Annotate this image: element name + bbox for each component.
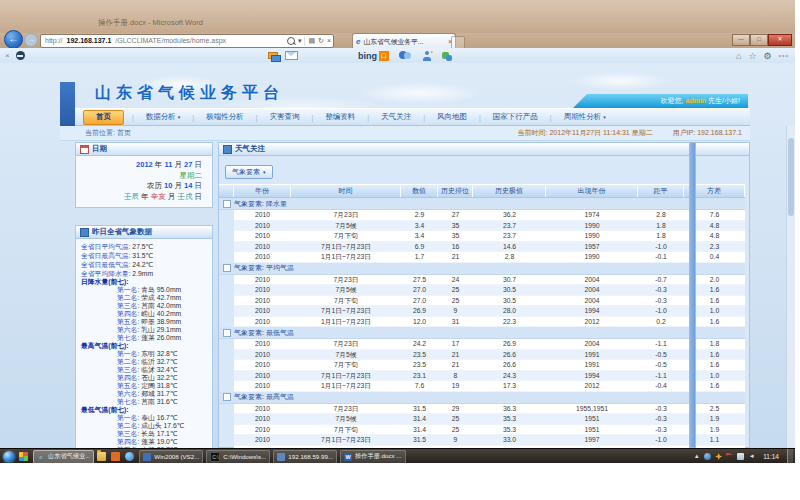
- minimize-button[interactable]: —: [732, 34, 750, 46]
- window-controls: — □ ✕: [732, 34, 792, 46]
- taskbar-button-cmd[interactable]: C:\C:\Windows\s...: [206, 450, 270, 464]
- table-cell: 0.2: [638, 317, 684, 328]
- nav-item-5[interactable]: 天气关注: [377, 110, 415, 124]
- window-scrollbar-thumb[interactable]: [788, 138, 794, 216]
- group-checkbox[interactable]: [223, 393, 231, 401]
- nav-item-2[interactable]: 极端性分析: [202, 110, 248, 124]
- content-scrollbar[interactable]: [689, 142, 696, 448]
- home-icon[interactable]: ⌂: [736, 51, 741, 61]
- folder-pinned-icon[interactable]: [97, 452, 106, 461]
- start-button[interactable]: [3, 451, 15, 463]
- nav-item-8[interactable]: 周期性分析▾: [560, 110, 610, 124]
- window-scrollbar[interactable]: [786, 126, 795, 448]
- table-cell: 1990: [546, 231, 638, 242]
- group-header-row[interactable]: 气象要素: 最低气温: [219, 327, 745, 339]
- table-cell: 1994: [546, 371, 638, 382]
- table-cell: 7月1日~7月23日: [291, 306, 401, 317]
- welcome-prefix: 欢迎您,: [661, 97, 684, 104]
- compatibility-icon[interactable]: ▤: [308, 35, 315, 47]
- nav-item-4[interactable]: 整编资料: [321, 110, 359, 124]
- row-gutter: [219, 350, 234, 361]
- nav-item-6[interactable]: 风向地图: [433, 110, 471, 124]
- browser-tab[interactable]: e 山东省气候业务平... ×: [352, 33, 456, 49]
- address-bar[interactable]: http://192.168.137.1/GLCCLIMATE/modules/…: [40, 34, 334, 48]
- cards-icon[interactable]: [268, 52, 279, 60]
- table-cell: 7.6: [401, 381, 438, 392]
- content-scrollbar-thumb[interactable]: [690, 143, 695, 447]
- more-dots-icon[interactable]: •••: [779, 52, 789, 59]
- table-cell: 2004: [546, 285, 638, 296]
- welcome-ribbon: 欢迎您,admin先生/小姐!: [573, 94, 748, 108]
- search-icon[interactable]: [287, 37, 295, 45]
- table-cell: 2010: [234, 242, 291, 253]
- weather-panel-icon: [80, 228, 89, 237]
- ranking-entry: 第三名: 莒南 42.0mm: [81, 302, 210, 310]
- toolbar-close-icon[interactable]: ×: [5, 51, 10, 60]
- network-icon[interactable]: [737, 453, 744, 460]
- tray-spark-icon[interactable]: [715, 453, 722, 460]
- main-nav: 首页|数据分析▾|极端性分析|灾害查询|整编资料|天气关注|风向地图|国家下行产…: [75, 108, 750, 126]
- mail-icon[interactable]: [285, 51, 298, 60]
- stop-icon[interactable]: ×: [327, 35, 331, 47]
- taskbar-button-word[interactable]: W操作手册.docx ...: [340, 450, 405, 464]
- circles-icon[interactable]: [399, 51, 412, 60]
- taskbar-button-ie[interactable]: e山东省气候业...: [33, 450, 94, 464]
- bing-logo[interactable]: bing 口: [358, 51, 389, 61]
- puzzle-icon[interactable]: [442, 51, 453, 61]
- close-button[interactable]: ✕: [768, 34, 792, 46]
- ranking-entry: 第四名: 蓬莱 19.0℃: [81, 438, 210, 446]
- ranking-entry: 第一名: 青岛 95.0mm: [81, 286, 210, 294]
- group-header-row[interactable]: 气象要素: 平均气温: [219, 263, 745, 275]
- calendar-panel: 日期 2012 年 11 月 27 日星期二农历 10 月 14 日壬辰 年 辛…: [75, 142, 213, 208]
- taskbar-clock[interactable]: 11:14: [759, 453, 783, 460]
- table-cell: 7月23日: [291, 339, 401, 350]
- user-ip: 用户IP: 192.168.137.1: [673, 128, 742, 138]
- system-tray: ▲ ◄ 11:14: [693, 449, 795, 463]
- settings-gear-icon[interactable]: ⚙: [764, 51, 772, 61]
- volume-icon[interactable]: ◄: [748, 453, 755, 460]
- column-header: 历史极值: [473, 185, 546, 197]
- element-filter-button[interactable]: 气象要素 ▾: [225, 165, 273, 179]
- table-cell: 36.2: [473, 210, 546, 221]
- table-cell: 24.2: [401, 339, 438, 350]
- group-header-row[interactable]: 气象要素: 最高气温: [219, 392, 745, 404]
- table-row: 20107月下旬31.42535.31951-0.31.9: [219, 425, 745, 436]
- taskbar-button-rdp[interactable]: 192.168.59.99...: [273, 450, 337, 464]
- show-desktop-button[interactable]: [787, 449, 793, 463]
- orange-pinned-icon[interactable]: [111, 452, 120, 461]
- blue-pinned-icon[interactable]: [125, 452, 134, 461]
- tab-title: 山东省气候业务平...: [363, 37, 444, 47]
- group-header-row[interactable]: 气象要素: 降水量: [219, 198, 745, 210]
- toolbar-logo-icon[interactable]: [16, 51, 25, 60]
- tray-expand-icon[interactable]: ▲: [693, 453, 700, 460]
- browser-forward-button[interactable]: →: [24, 33, 38, 47]
- refresh-icon[interactable]: ↻: [318, 35, 324, 47]
- nav-item-7[interactable]: 国家下行产品: [489, 110, 542, 124]
- group-checkbox[interactable]: [223, 264, 231, 272]
- action-center-flag-icon[interactable]: [726, 453, 733, 460]
- calendar-line: 壬辰 年 辛亥 月 壬戌 日: [80, 192, 202, 203]
- taskbar-button-app[interactable]: Win2008 (VS2...: [139, 450, 203, 464]
- nav-item-3[interactable]: 灾害查询: [266, 110, 304, 124]
- nav-item-1[interactable]: 数据分析▾: [142, 110, 185, 124]
- chevron-down-icon[interactable]: ▾: [298, 35, 302, 47]
- group-checkbox[interactable]: [223, 200, 231, 208]
- person-icon[interactable]: [422, 51, 432, 61]
- column-header: 数值: [401, 185, 438, 197]
- nav-item-0[interactable]: 首页: [83, 110, 124, 125]
- launcher-icon[interactable]: [19, 452, 28, 461]
- group-checkbox[interactable]: [223, 329, 231, 337]
- table-cell: -1.1: [638, 339, 684, 350]
- screenshot-root: 操作手册.docx - Microsoft Word ← → http://19…: [0, 0, 800, 500]
- table-cell: 1957: [546, 242, 638, 253]
- calendar-panel-title: 日期: [92, 144, 107, 154]
- browser-toolbar: × bing 口 ⌂ ☆ ⚙ •••: [0, 48, 795, 64]
- table-cell: 2010: [234, 339, 291, 350]
- favorites-star-icon[interactable]: ☆: [748, 51, 756, 61]
- table-row: 20107月下旬23.52126.61991-0.51.6: [219, 360, 745, 371]
- table-cell: 7月5候: [291, 414, 401, 425]
- browser-back-button[interactable]: ←: [4, 30, 23, 49]
- tray-globe-icon[interactable]: [704, 453, 711, 460]
- maximize-button[interactable]: □: [750, 34, 768, 46]
- table-cell: 1951: [546, 414, 638, 425]
